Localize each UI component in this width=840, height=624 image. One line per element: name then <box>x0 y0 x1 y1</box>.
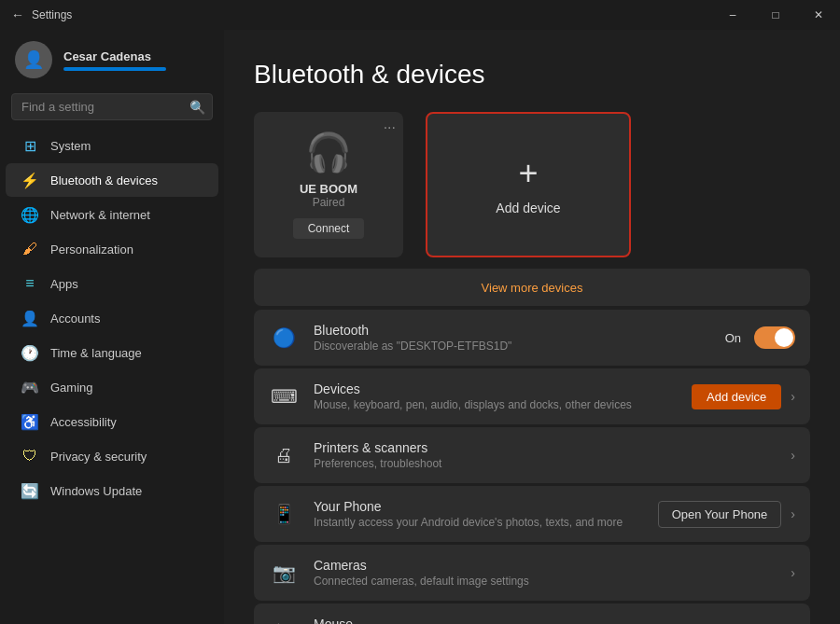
sidebar-item-apps[interactable]: ≡ Apps <box>6 267 218 300</box>
row-right-devices: Add device› <box>692 384 795 409</box>
sidebar-item-network[interactable]: 🌐 Network & internet <box>6 198 218 231</box>
sidebar-item-label: Gaming <box>50 381 93 395</box>
row-right-your-phone: Open Your Phone› <box>658 501 795 528</box>
settings-row-mouse[interactable]: 🖱 Mouse Buttons, mouse pointer speed, sc… <box>254 603 810 624</box>
row-right-cameras: › <box>791 565 795 580</box>
settings-row-bluetooth[interactable]: 🔵 Bluetooth Discoverable as "DESKTOP-ETF… <box>254 310 810 366</box>
personalization-nav-icon: 🖌 <box>21 240 39 258</box>
row-title-mouse: Mouse <box>314 617 776 624</box>
user-info: Cesar Cadenas <box>63 49 166 71</box>
settings-row-cameras[interactable]: 📷 Cameras Connected cameras, default ima… <box>254 545 810 601</box>
settings-row-devices[interactable]: ⌨ Devices Mouse, keyboard, pen, audio, d… <box>254 368 810 424</box>
content: Bluetooth & devices ··· 🎧 UE BOOM Paired… <box>224 30 840 624</box>
open-phone-button[interactable]: Open Your Phone <box>658 501 782 528</box>
avatar-icon: 👤 <box>23 49 44 70</box>
sidebar-item-label: Apps <box>50 277 78 291</box>
sidebar-item-label: Windows Update <box>50 484 142 498</box>
chevron-right-icon: › <box>791 389 795 404</box>
sidebar-item-label: Accessibility <box>50 415 117 429</box>
row-text-bluetooth: Bluetooth Discoverable as "DESKTOP-ETFBS… <box>314 323 710 353</box>
sidebar-item-time[interactable]: 🕐 Time & language <box>6 336 218 369</box>
plus-icon: + <box>518 154 538 193</box>
row-subtitle-printers: Preferences, troubleshoot <box>314 457 776 470</box>
sidebar-item-personalization[interactable]: 🖌 Personalization <box>6 232 218 266</box>
device-icon: 🎧 <box>305 131 352 174</box>
row-icon-bluetooth: 🔵 <box>269 323 299 353</box>
sidebar-item-windows-update[interactable]: 🔄 Windows Update <box>6 474 218 507</box>
toggle-label-bluetooth: On <box>725 331 741 345</box>
gaming-nav-icon: 🎮 <box>21 378 39 396</box>
more-options-icon[interactable]: ··· <box>384 119 396 136</box>
user-progress-bar <box>63 67 166 71</box>
minimize-button[interactable]: – <box>711 0 754 30</box>
settings-row-printers[interactable]: 🖨 Printers & scanners Preferences, troub… <box>254 427 810 483</box>
avatar: 👤 <box>15 41 52 78</box>
titlebar: ← Settings – □ ✕ <box>0 0 840 30</box>
app-title: Settings <box>32 8 72 21</box>
row-subtitle-devices: Mouse, keyboard, pen, audio, displays an… <box>314 398 677 411</box>
row-subtitle-bluetooth: Discoverable as "DESKTOP-ETFBS1D" <box>314 340 710 353</box>
accounts-nav-icon: 👤 <box>21 309 39 327</box>
device-card-ue-boom: ··· 🎧 UE BOOM Paired Connect <box>254 112 403 257</box>
search-icon: 🔍 <box>189 100 205 115</box>
connect-button[interactable]: Connect <box>293 218 365 239</box>
apps-nav-icon: ≡ <box>21 274 39 293</box>
view-more-row[interactable]: View more devices <box>254 269 810 306</box>
add-device-label: Add device <box>496 201 560 215</box>
sidebar-item-label: Bluetooth & devices <box>50 173 158 187</box>
time-nav-icon: 🕐 <box>21 343 39 362</box>
toggle-knob <box>775 328 793 347</box>
sidebar-item-label: System <box>50 139 91 153</box>
row-right-bluetooth: On <box>725 326 795 349</box>
toggle-bluetooth[interactable] <box>754 326 795 349</box>
add-device-row-button[interactable]: Add device <box>692 384 781 409</box>
back-icon[interactable]: ← <box>11 7 24 22</box>
sidebar-item-system[interactable]: ⊞ System <box>6 129 218 162</box>
view-more-label: View more devices <box>482 281 583 295</box>
sidebar-item-gaming[interactable]: 🎮 Gaming <box>6 370 218 404</box>
row-icon-your-phone: 📱 <box>269 499 299 529</box>
chevron-right-icon: › <box>791 565 795 580</box>
sidebar-item-accessibility[interactable]: ♿ Accessibility <box>6 405 218 438</box>
row-title-devices: Devices <box>314 381 677 396</box>
sidebar-item-label: Privacy & security <box>50 450 147 464</box>
accessibility-nav-icon: ♿ <box>21 412 39 431</box>
sidebar-item-label: Time & language <box>50 346 142 360</box>
settings-section: 🔵 Bluetooth Discoverable as "DESKTOP-ETF… <box>254 310 810 624</box>
add-device-card[interactable]: + Add device <box>426 112 631 257</box>
close-button[interactable]: ✕ <box>797 0 840 30</box>
row-title-printers: Printers & scanners <box>314 440 776 455</box>
sidebar-item-accounts[interactable]: 👤 Accounts <box>6 301 218 335</box>
titlebar-left: ← Settings <box>11 7 72 22</box>
bluetooth-nav-icon: ⚡ <box>21 171 39 189</box>
nav-list: ⊞ System ⚡ Bluetooth & devices 🌐 Network… <box>0 128 224 508</box>
search-box: 🔍 <box>11 93 213 120</box>
row-right-printers: › <box>791 448 795 463</box>
device-name: UE BOOM <box>300 182 357 196</box>
sidebar-item-label: Personalization <box>50 243 133 257</box>
row-text-mouse: Mouse Buttons, mouse pointer speed, scro… <box>314 617 776 624</box>
row-title-bluetooth: Bluetooth <box>314 323 710 338</box>
sidebar-item-privacy[interactable]: 🛡 Privacy & security <box>6 439 218 473</box>
sidebar-user: 👤 Cesar Cadenas <box>0 30 224 93</box>
maximize-button[interactable]: □ <box>754 0 797 30</box>
row-subtitle-your-phone: Instantly access your Android device's p… <box>314 516 643 529</box>
windows-update-nav-icon: 🔄 <box>21 481 39 500</box>
row-text-printers: Printers & scanners Preferences, trouble… <box>314 440 776 470</box>
chevron-right-icon: › <box>791 448 795 463</box>
page-title: Bluetooth & devices <box>254 60 810 90</box>
network-nav-icon: 🌐 <box>21 205 39 224</box>
sidebar-item-bluetooth[interactable]: ⚡ Bluetooth & devices <box>6 163 218 197</box>
row-text-cameras: Cameras Connected cameras, default image… <box>314 558 776 588</box>
row-title-cameras: Cameras <box>314 558 776 573</box>
row-icon-printers: 🖨 <box>269 440 299 470</box>
settings-row-your-phone[interactable]: 📱 Your Phone Instantly access your Andro… <box>254 486 810 542</box>
titlebar-controls: – □ ✕ <box>711 0 840 30</box>
app-body: 👤 Cesar Cadenas 🔍 ⊞ System ⚡ Bluetooth &… <box>0 30 840 624</box>
privacy-nav-icon: 🛡 <box>21 447 39 465</box>
sidebar: 👤 Cesar Cadenas 🔍 ⊞ System ⚡ Bluetooth &… <box>0 30 224 624</box>
row-subtitle-cameras: Connected cameras, default image setting… <box>314 575 776 588</box>
sidebar-item-label: Accounts <box>50 312 100 326</box>
search-input[interactable] <box>11 93 213 120</box>
row-text-devices: Devices Mouse, keyboard, pen, audio, dis… <box>314 381 677 411</box>
